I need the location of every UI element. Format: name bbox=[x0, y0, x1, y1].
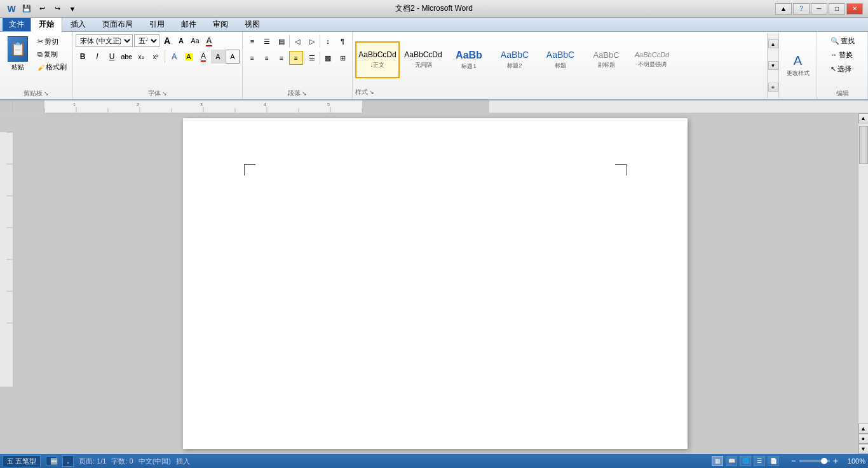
scroll-up-btn[interactable]: ▲ bbox=[858, 113, 869, 123]
font-expand-icon[interactable]: ↘ bbox=[162, 90, 167, 97]
page-info[interactable]: 页面: 1/1 bbox=[79, 457, 106, 466]
indent-btn[interactable]: ▷ bbox=[305, 34, 319, 48]
format-painter-btn[interactable]: 🖌 格式刷 bbox=[34, 61, 70, 73]
paste-btn[interactable]: 📋 粘贴 bbox=[3, 34, 33, 74]
font-name-select[interactable]: 宋体 (中文正) bbox=[76, 34, 133, 47]
scroll-thumb[interactable] bbox=[859, 126, 868, 164]
bold-btn[interactable]: B bbox=[76, 50, 90, 64]
font-grow-btn[interactable]: A bbox=[161, 34, 173, 47]
tab-review[interactable]: 审阅 bbox=[205, 17, 236, 31]
editing-content: 🔍 查找 ↔ 替换 ↖ 选择 bbox=[827, 34, 858, 88]
shading-btn[interactable]: ▩ bbox=[321, 51, 335, 65]
style-item-subtle-emph[interactable]: AaBbCcDd 不明显强调 bbox=[630, 41, 674, 78]
borders-btn[interactable]: ⊞ bbox=[336, 51, 349, 65]
select-btn[interactable]: ↖ 选择 bbox=[827, 62, 858, 75]
style-name-subtitle: 副标题 bbox=[598, 61, 615, 69]
style-item-normal[interactable]: AaBbCcDd ↓正文 bbox=[355, 41, 400, 78]
style-item-h1[interactable]: AaBb 标题1 bbox=[447, 41, 491, 78]
zoom-plus-btn[interactable]: ＋ bbox=[831, 455, 840, 467]
qa-dropdown-btn[interactable]: ▼ bbox=[66, 3, 79, 15]
copy-btn[interactable]: ⧉ 复制 bbox=[34, 48, 70, 60]
web-layout-btn[interactable]: 🌐 bbox=[740, 456, 751, 466]
help-btn[interactable]: ? bbox=[793, 3, 810, 15]
line-space-btn[interactable]: ☰ bbox=[305, 51, 319, 65]
language-info[interactable]: 中文(中国) bbox=[139, 457, 171, 466]
styles-scroll-down[interactable]: ▼ bbox=[768, 61, 778, 70]
tab-home[interactable]: 开始 bbox=[31, 17, 62, 32]
tab-page-layout[interactable]: 页面布局 bbox=[94, 17, 141, 31]
style-item-subtitle[interactable]: AaBbC 副标题 bbox=[584, 41, 628, 78]
minimize-btn[interactable]: ─ bbox=[811, 3, 827, 15]
align-right-btn[interactable]: ≡ bbox=[275, 51, 288, 65]
font-size-select[interactable]: 五号 bbox=[134, 34, 159, 47]
word-count[interactable]: 字数: 0 bbox=[111, 457, 133, 466]
justify-btn[interactable]: ≡ bbox=[289, 51, 303, 65]
find-btn[interactable]: 🔍 查找 bbox=[827, 34, 858, 47]
tab-insert[interactable]: 插入 bbox=[62, 17, 94, 31]
underline-btn[interactable]: U bbox=[105, 50, 119, 64]
tab-mailings[interactable]: 邮件 bbox=[173, 17, 205, 31]
para-divider3 bbox=[304, 52, 304, 64]
input-mode-status[interactable]: 插入 bbox=[176, 457, 190, 466]
print-layout-btn[interactable]: ▦ bbox=[712, 456, 723, 466]
highlight-btn[interactable]: A bbox=[182, 50, 196, 64]
scroll-track[interactable] bbox=[858, 123, 868, 423]
zoom-minus-btn[interactable]: － bbox=[789, 455, 798, 467]
zoom-pct[interactable]: 100% bbox=[843, 457, 865, 465]
vertical-scrollbar[interactable]: ▲ ▲ ● ▼ bbox=[858, 113, 868, 454]
sort-btn[interactable]: ↕ bbox=[321, 34, 335, 48]
text-effects-btn[interactable]: A bbox=[167, 50, 181, 64]
maximize-btn[interactable]: □ bbox=[829, 3, 845, 15]
clipboard-expand-icon[interactable]: ↘ bbox=[44, 90, 49, 97]
font-case-btn[interactable]: Aa bbox=[189, 34, 201, 47]
bullets-btn[interactable]: ≡ bbox=[245, 34, 259, 48]
next-page-btn[interactable]: ▼ bbox=[858, 444, 869, 454]
save-quick-btn[interactable]: 💾 bbox=[20, 3, 33, 15]
redo-quick-btn[interactable]: ↪ bbox=[51, 3, 64, 15]
outline-btn[interactable]: ☰ bbox=[754, 456, 765, 466]
styles-more-btn[interactable]: ≡ bbox=[768, 83, 778, 92]
ime-punct-btn[interactable]: 。 bbox=[62, 455, 74, 467]
document-page[interactable] bbox=[183, 118, 688, 449]
style-item-no-spacing[interactable]: AaBbCcDd 无间隔 bbox=[401, 41, 445, 78]
draft-btn[interactable]: 📄 bbox=[768, 456, 779, 466]
clear-format-btn[interactable]: A bbox=[203, 34, 215, 47]
tab-view[interactable]: 视图 bbox=[236, 17, 268, 31]
tab-references[interactable]: 引用 bbox=[141, 17, 173, 31]
strikethrough-btn[interactable]: abc bbox=[119, 50, 133, 64]
change-styles-btn[interactable]: A 更改样式 bbox=[780, 47, 816, 84]
document-area[interactable] bbox=[13, 113, 858, 454]
select-browse-btn[interactable]: ● bbox=[858, 434, 869, 444]
italic-btn[interactable]: I bbox=[90, 50, 104, 64]
outdent-btn[interactable]: ◁ bbox=[290, 34, 304, 48]
font-color-btn[interactable]: A bbox=[196, 50, 210, 64]
undo-quick-btn[interactable]: ↩ bbox=[36, 3, 48, 15]
ime-label[interactable]: 五 五笔型 bbox=[3, 455, 41, 467]
cut-btn[interactable]: ✂ 剪切 bbox=[34, 36, 70, 48]
style-item-title[interactable]: AaBbC 标题 bbox=[538, 41, 583, 78]
paragraph-expand-icon[interactable]: ↘ bbox=[302, 90, 307, 97]
show-marks-btn[interactable]: ¶ bbox=[336, 34, 349, 48]
style-item-h2[interactable]: AaBbC 标题2 bbox=[492, 41, 537, 78]
styles-scroll-up[interactable]: ▲ bbox=[768, 39, 778, 48]
close-btn[interactable]: ✕ bbox=[846, 3, 863, 15]
font-shrink-btn[interactable]: A bbox=[175, 34, 187, 47]
char-border-btn[interactable]: A bbox=[226, 50, 240, 64]
numbering-btn[interactable]: ☰ bbox=[260, 34, 274, 48]
superscript-btn[interactable]: x² bbox=[149, 50, 163, 64]
full-screen-btn[interactable]: 📖 bbox=[726, 456, 737, 466]
ime-mode-btn[interactable]: 🔤 bbox=[46, 457, 57, 466]
replace-btn[interactable]: ↔ 替换 bbox=[827, 48, 858, 61]
styles-expand-icon[interactable]: ↘ bbox=[369, 89, 374, 95]
tab-file[interactable]: 文件 bbox=[3, 18, 31, 31]
align-center-btn[interactable]: ≡ bbox=[260, 51, 274, 65]
zoom-slider[interactable]: － ＋ bbox=[789, 457, 840, 465]
align-left-btn[interactable]: ≡ bbox=[245, 51, 259, 65]
multilevel-btn[interactable]: ▤ bbox=[275, 34, 288, 48]
zoom-thumb[interactable] bbox=[821, 458, 827, 464]
prev-page-btn[interactable]: ▲ bbox=[858, 423, 869, 434]
subscript-btn[interactable]: x₂ bbox=[134, 50, 148, 64]
zoom-track[interactable] bbox=[799, 460, 830, 462]
collapse-ribbon-btn[interactable]: ▲ bbox=[775, 3, 792, 15]
char-shading-btn[interactable]: A bbox=[211, 50, 225, 64]
